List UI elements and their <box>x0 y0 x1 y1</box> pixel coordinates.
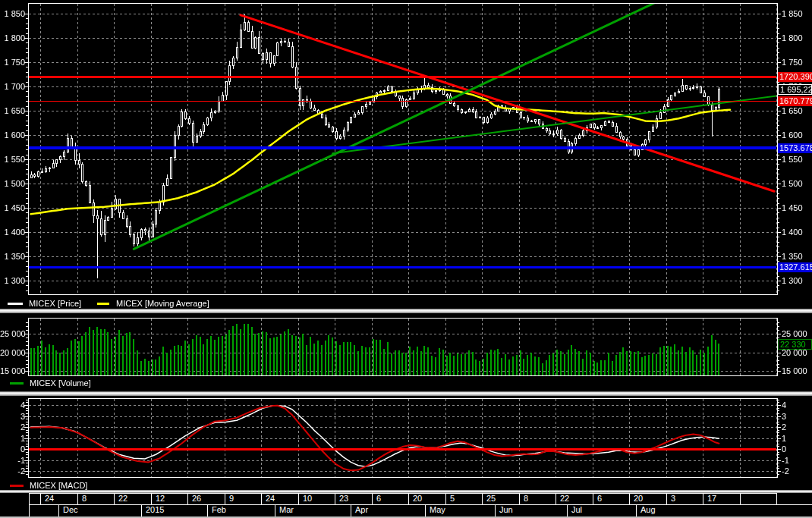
moving-average-legend-swatch <box>97 303 109 305</box>
panel-splitter-volume-macd[interactable] <box>0 391 812 396</box>
date-day-cell: 12 <box>151 493 188 505</box>
charting-terminal: 1 8501 8501 8001 8001 7501 7501 7001 700… <box>0 0 812 518</box>
volume-axis-label: 20 000 <box>0 348 25 358</box>
price-axis-label: 1 750 <box>782 58 803 67</box>
macd-axis-label: 0 <box>782 444 786 454</box>
volume-axis-label: 15 000 <box>0 366 25 376</box>
date-month-cell: Apr <box>351 504 426 517</box>
price-axis-label: 1 550 <box>782 155 803 165</box>
date-day-cell: 22 <box>555 493 593 505</box>
price-axis-label: 1 500 <box>782 179 803 189</box>
macd-axis-label: 1 <box>0 434 25 444</box>
last-price-badge: 1 695,22 <box>778 84 812 95</box>
date-month-cell: 2015 <box>141 504 208 517</box>
date-day-cell: 8 <box>519 493 556 505</box>
moving-average-legend-label: MICEX [Moving Average] <box>116 299 209 308</box>
macd-axis-label: -1 <box>0 456 25 466</box>
date-day-cell: 20 <box>408 493 446 505</box>
price-axis-label: 1 850 <box>0 9 25 19</box>
date-day-cell <box>740 493 777 505</box>
price-axis-label: 1 350 <box>782 252 803 262</box>
alert-level-badge[interactable]: 1573.678 <box>778 143 812 153</box>
date-day-cell <box>29 493 41 505</box>
price-axis-label: 1 650 <box>0 106 25 116</box>
macd-axis-label: 1 <box>782 434 786 444</box>
macd-axis-label: 2 <box>0 422 25 432</box>
date-day-cell: 17 <box>703 493 741 505</box>
price-axis-label: 1 650 <box>782 106 803 116</box>
volume-axis-label: 15 000 <box>782 366 807 376</box>
macd-axis-label: -2 <box>782 466 789 476</box>
date-day-cell: 24 <box>40 493 78 505</box>
date-month-cell: May <box>425 504 496 517</box>
date-month-cell: Jun <box>495 504 568 517</box>
volume-legend-label: MICEX [Volume] <box>30 378 91 388</box>
alert-level-badge[interactable]: 1327.615 <box>778 262 812 272</box>
price-axis-label: 1 750 <box>0 58 25 67</box>
date-day-cell: 20 <box>629 493 667 505</box>
macd-legend-label: MICEX [MACD] <box>30 481 87 490</box>
date-month-cell: Mar <box>275 504 351 517</box>
macd-axis-label: 3 <box>782 412 786 422</box>
date-month-cell <box>29 504 59 517</box>
date-day-cell: 22 <box>114 493 152 505</box>
price-axis-label: 1 300 <box>0 276 25 286</box>
macd-axis-label: 2 <box>782 422 786 432</box>
price-axis-label: 1 450 <box>782 203 803 213</box>
date-day-cell: 9 <box>225 493 262 505</box>
price-axis-label: 1 600 <box>0 130 25 140</box>
date-day-cell: 3 <box>666 493 703 505</box>
macd-axis-label: 4 <box>782 400 786 410</box>
chart-canvas[interactable] <box>0 0 812 518</box>
volume-axis-label: 25 000 <box>0 329 25 339</box>
price-axis-label: 1 600 <box>782 130 803 140</box>
price-axis-label: 1 450 <box>0 203 25 213</box>
date-month-cell: Jul <box>567 504 637 517</box>
volume-legend: MICEX [Volume] <box>0 378 812 390</box>
panel-splitter-price-volume[interactable] <box>0 309 812 313</box>
price-axis-label: 1 350 <box>0 252 25 262</box>
price-axis-label: 1 800 <box>782 33 803 43</box>
price-axis-label: 1 300 <box>782 276 803 286</box>
last-volume-badge: 22 330 <box>778 339 812 350</box>
date-day-cell: 10 <box>298 493 335 505</box>
price-axis-label: 1 850 <box>782 9 803 19</box>
date-month-cell: Aug <box>636 504 812 517</box>
alert-level-badge[interactable]: 1720.390 <box>778 72 812 82</box>
price-axis-label: 1 800 <box>0 33 25 43</box>
date-day-cell: 6 <box>593 493 630 505</box>
volume-legend-swatch <box>10 382 24 385</box>
date-day-cell: 25 <box>482 493 520 505</box>
price-axis-label: 1 550 <box>0 155 25 165</box>
price-axis-label: 1 500 <box>0 179 25 189</box>
price-legend-swatch <box>8 303 23 305</box>
macd-axis-label: 0 <box>0 444 25 454</box>
price-axis-label: 1 400 <box>782 228 803 237</box>
date-day-cell: 26 <box>187 493 225 505</box>
price-axis-label: 1 400 <box>0 228 25 237</box>
price-legend-label: MICEX [Price] <box>29 299 81 308</box>
macd-axis-label: 4 <box>0 400 25 410</box>
date-day-cell: 8 <box>77 493 115 505</box>
date-day-cell: 5 <box>445 493 483 505</box>
date-day-cell: 24 <box>261 493 299 505</box>
macd-axis-label: -2 <box>0 466 25 476</box>
volume-axis-label: 25 000 <box>782 329 807 339</box>
date-day-cell: 6 <box>372 493 409 505</box>
alert-level-badge[interactable]: 1670.779 <box>778 96 812 106</box>
date-month-cell: Dec <box>58 504 142 517</box>
price-axis-label: 1 700 <box>0 82 25 92</box>
macd-legend-swatch <box>10 485 24 487</box>
macd-axis-label: -1 <box>782 456 789 466</box>
macd-axis-label: 3 <box>0 412 25 422</box>
date-month-cell: Feb <box>207 504 275 517</box>
date-day-cell: 23 <box>335 493 373 505</box>
